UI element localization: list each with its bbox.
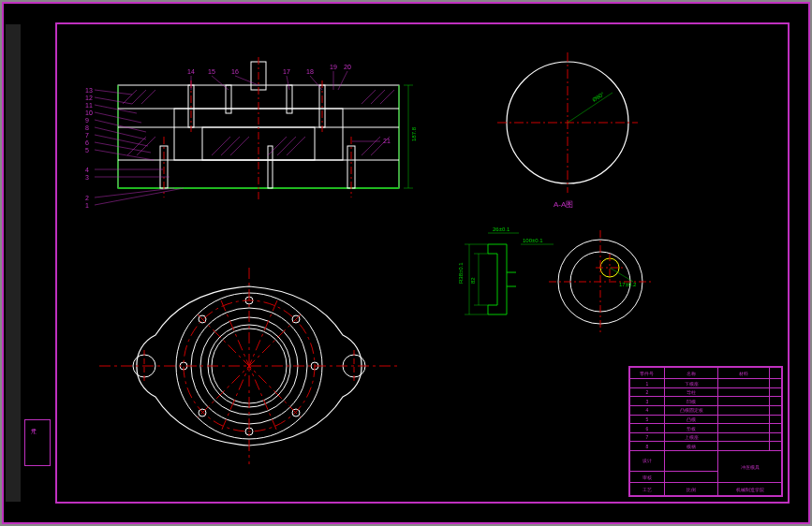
svg-line-50 <box>95 188 184 205</box>
dim-diameter: Ø60° <box>591 91 605 103</box>
ruler-vertical <box>6 24 21 502</box>
dim-d3: R38±0.1 <box>458 262 464 284</box>
svg-line-22 <box>380 90 394 104</box>
side-tab[interactable]: 尺寸 <box>24 419 51 466</box>
svg-line-27 <box>212 137 230 155</box>
svg-line-20 <box>362 90 376 104</box>
svg-rect-16 <box>268 146 273 188</box>
svg-line-57 <box>338 71 347 90</box>
svg-line-49 <box>95 188 174 197</box>
svg-line-31 <box>277 137 296 155</box>
section-label: A-A图 <box>554 200 573 209</box>
svg-line-32 <box>287 137 305 155</box>
callout-21: 21 <box>383 138 391 144</box>
svg-line-18 <box>132 90 146 104</box>
dim-d4: 26±0.1 <box>493 226 510 232</box>
callout-7: 7 <box>85 132 89 139</box>
svg-line-29 <box>230 137 249 155</box>
callout-4: 4 <box>85 167 89 173</box>
callout-5: 5 <box>85 147 89 153</box>
svg-line-39 <box>95 97 132 104</box>
drawing-canvas[interactable]: 13 12 11 10 9 8 7 6 5 4 3 2 1 14 15 16 1… <box>62 29 783 497</box>
svg-line-65 <box>568 93 613 123</box>
dim-d5: 17±0.2 <box>619 282 637 287</box>
callout-13: 13 <box>85 87 93 94</box>
callout-18: 18 <box>306 68 314 75</box>
svg-line-19 <box>141 90 155 104</box>
callout-11: 11 <box>85 102 93 109</box>
svg-line-55 <box>310 76 322 90</box>
svg-line-23 <box>127 137 146 155</box>
callout-10: 10 <box>85 110 93 116</box>
callout-14: 14 <box>187 68 195 75</box>
svg-line-43 <box>95 127 146 139</box>
drawing-title: 冲压模具 <box>718 450 782 482</box>
dim-height: 187.8 <box>411 126 417 141</box>
detail-views: R38±0.1 82 26±0.1 100±0.1 <box>455 216 671 347</box>
dim-d1: 100±0.1 <box>523 238 543 243</box>
callout-15: 15 <box>208 68 215 75</box>
svg-line-25 <box>362 137 380 155</box>
section-view: 13 12 11 10 9 8 7 6 5 4 3 2 1 14 15 16 1… <box>81 57 436 244</box>
svg-line-38 <box>95 90 132 95</box>
callout-2: 2 <box>85 195 89 201</box>
callout-16: 16 <box>231 68 239 75</box>
top-circle-view: Ø60° A-A图 <box>474 48 661 216</box>
svg-line-52 <box>212 76 229 90</box>
callout-8: 8 <box>85 124 89 131</box>
callout-3: 3 <box>85 174 89 181</box>
callout-9: 9 <box>85 117 89 124</box>
svg-line-21 <box>371 90 385 104</box>
svg-line-17 <box>123 90 137 104</box>
callout-1: 1 <box>85 202 89 209</box>
callout-17: 17 <box>283 68 290 75</box>
title-block: 零件号名称材料 1下模座 2导柱 3凹模 4凸模固定板 5凸模 6垫板 7上模座… <box>628 366 783 497</box>
svg-line-42 <box>95 120 146 132</box>
svg-line-28 <box>221 137 240 155</box>
cad-viewport[interactable]: 13 12 11 10 9 8 7 6 5 4 3 2 1 14 15 16 1… <box>2 2 810 524</box>
callout-19: 19 <box>330 64 337 70</box>
svg-line-44 <box>95 135 148 146</box>
callout-12: 12 <box>85 95 93 101</box>
dim-d2: 82 <box>470 277 476 284</box>
plan-view <box>71 249 427 483</box>
svg-line-53 <box>235 76 258 85</box>
callout-20: 20 <box>344 64 351 70</box>
drawing-border: 13 12 11 10 9 8 7 6 5 4 3 2 1 14 15 16 1… <box>55 22 790 504</box>
callout-6: 6 <box>85 139 89 146</box>
